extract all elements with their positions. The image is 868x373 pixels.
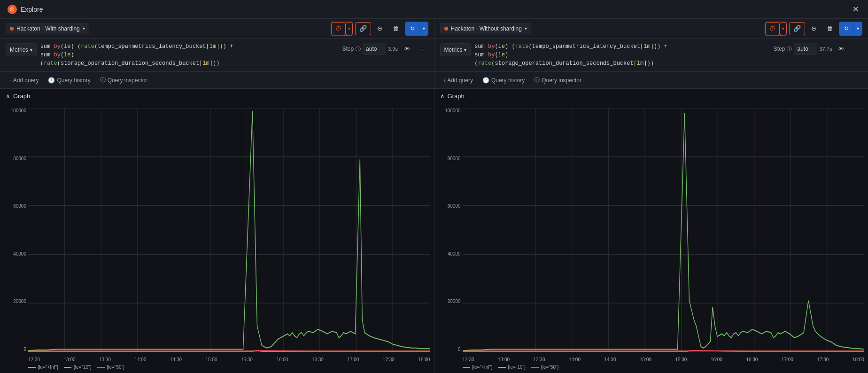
right-y-80k: 80000 (448, 156, 463, 161)
left-trash-button[interactable]: 🗑 (388, 22, 403, 35)
left-run-button[interactable]: ↻ (405, 22, 419, 35)
right-datasource-dot (444, 27, 448, 31)
left-step-result: 3.9s (388, 46, 398, 52)
left-legend-10: {le="10"} (64, 365, 92, 370)
right-x-axis: 12:30 13:00 13:30 14:00 14:30 15:00 15:3… (463, 357, 865, 362)
app-title: ◎ Explore (8, 5, 43, 14)
left-y-80k: 80000 (13, 156, 28, 161)
right-metrics-label[interactable]: Metrics ▾ (440, 43, 471, 56)
left-y-60k: 60000 (13, 203, 28, 209)
right-panel-actions: ⏱ ▾ 🔗 ⊖ 🗑 ↻ ▾ (765, 22, 862, 36)
left-query-history-button[interactable]: 🕐 Query history (45, 76, 93, 85)
right-legend-50-line (531, 367, 539, 368)
left-x-1330: 13:30 (99, 357, 111, 362)
right-graph-section: ∧ Graph 100000 80000 60000 40000 20000 0 (434, 89, 868, 373)
right-link-button[interactable]: 🔗 (789, 22, 805, 35)
left-run-chevron[interactable]: ▾ (419, 22, 428, 35)
left-query-toolbar: + Add query 🕐 Query history ⓘ Query insp… (0, 72, 434, 89)
right-step-row: Step ⓘ 37.7s 👁 − (774, 42, 862, 55)
right-add-query-button[interactable]: + Add query (440, 76, 476, 85)
left-graph-header[interactable]: ∧ Graph (0, 89, 434, 103)
right-panel-header: Hackaton - Without sharding ▾ ⏱ ▾ 🔗 ⊖ 🗑 … (434, 19, 868, 39)
left-datasource-selector[interactable]: Hackaton - With sharding ▾ (6, 23, 89, 34)
right-x-1230: 12:30 (463, 357, 474, 362)
right-metrics-chevron: ▾ (464, 47, 466, 53)
right-step-result: 37.7s (819, 46, 832, 52)
left-panel: Hackaton - With sharding ▾ ⏱ ▾ 🔗 ⊖ 🗑 ↻ ▾ (0, 19, 434, 373)
left-x-1700: 17:00 (347, 357, 359, 362)
right-query-text[interactable]: sum by(le) (rate(tempo_spanmetrics_laten… (474, 42, 766, 68)
right-graph-header[interactable]: ∧ Graph (434, 89, 868, 103)
right-query-history-button[interactable]: 🕐 Query history (480, 76, 527, 85)
right-inspector-icon: ⓘ (534, 76, 540, 84)
left-query-text[interactable]: sum by(le) (rate(tempo_spanmetrics_laten… (40, 42, 335, 68)
panels-container: Hackaton - With sharding ▾ ⏱ ▾ 🔗 ⊖ 🗑 ↻ ▾ (0, 19, 868, 373)
left-graph-section: ∧ Graph 100000 80000 60000 40000 20000 0 (0, 89, 434, 373)
right-timer-button[interactable]: ⏱ (765, 22, 780, 35)
left-chart-svg (28, 108, 430, 352)
left-timer-chevron[interactable]: ▾ (346, 22, 353, 35)
left-datasource-chevron: ▾ (83, 26, 85, 31)
right-step-input[interactable] (794, 43, 817, 55)
right-query-toolbar: + Add query 🕐 Query history ⓘ Query insp… (434, 72, 868, 89)
left-step-label: Step (342, 46, 354, 52)
left-step-input[interactable] (363, 43, 386, 55)
right-history-icon: 🕐 (482, 77, 489, 84)
right-graph-title: Graph (448, 93, 465, 100)
left-legend: {le="+Inf"} {le="10"} {le="50"} (28, 365, 124, 370)
right-query-editor: Metrics ▾ sum by(le) (rate(tempo_spanmet… (434, 39, 868, 72)
right-y-axis: 100000 80000 60000 40000 20000 0 (438, 108, 463, 352)
right-timer-btn-group: ⏱ ▾ (765, 22, 787, 36)
left-inspector-icon: ⓘ (100, 76, 106, 84)
left-y-axis: 100000 80000 60000 40000 20000 0 (4, 108, 28, 352)
right-query-inspector-button[interactable]: ⓘ Query inspector (531, 75, 584, 85)
left-metrics-label[interactable]: Metrics ▾ (6, 43, 37, 56)
app-header: ◎ Explore ✕ (0, 0, 868, 19)
left-run-btn-group: ↻ ▾ (405, 22, 428, 36)
right-zoom-button[interactable]: ⊖ (807, 22, 821, 35)
right-y-100k: 100000 (445, 108, 462, 113)
left-graph-collapse-icon: ∧ (6, 93, 10, 100)
right-query-inspector-label: Query inspector (542, 77, 581, 84)
right-panel: Hackaton - Without sharding ▾ ⏱ ▾ 🔗 ⊖ 🗑 … (434, 19, 868, 373)
left-add-query-button[interactable]: + Add query (6, 76, 41, 85)
left-legend-50-label: {le="50"} (107, 365, 125, 370)
left-zoom-button[interactable]: ⊖ (373, 22, 387, 35)
left-x-1230: 12:30 (28, 357, 40, 362)
left-query-inspector-button[interactable]: ⓘ Query inspector (97, 75, 150, 85)
right-step-minus-button[interactable]: − (850, 42, 862, 55)
left-y-0: 0 (23, 347, 28, 352)
right-y-40k: 40000 (448, 251, 463, 256)
left-legend-inf-line (28, 367, 36, 368)
right-run-button[interactable]: ↻ (839, 22, 853, 35)
right-trash-button[interactable]: 🗑 (822, 22, 837, 35)
right-legend-inf-line (463, 367, 470, 368)
right-x-1300: 13:00 (498, 357, 510, 362)
right-x-1400: 14:00 (569, 357, 581, 362)
right-x-1730: 17:30 (817, 357, 829, 362)
left-metrics-text: Metrics (10, 47, 28, 53)
left-timer-button[interactable]: ⏱ (331, 22, 346, 35)
left-step-minus-button[interactable]: − (416, 42, 428, 55)
right-run-btn-group: ↻ ▾ (839, 22, 862, 36)
left-link-button[interactable]: 🔗 (355, 22, 371, 35)
right-legend-inf-label: {le="+Inf"} (472, 365, 493, 370)
right-x-1630: 16:30 (746, 357, 758, 362)
close-button[interactable]: ✕ (851, 3, 860, 16)
right-query-history-label: Query history (491, 77, 525, 84)
right-timer-chevron[interactable]: ▾ (780, 22, 787, 35)
left-legend-inf-label: {le="+Inf"} (38, 365, 58, 370)
right-datasource-selector[interactable]: Hackaton - Without sharding ▾ (440, 23, 531, 34)
right-datasource-name: Hackaton - Without sharding (451, 25, 522, 32)
left-x-1430: 14:30 (170, 357, 182, 362)
left-y-20k: 20000 (13, 299, 28, 304)
left-step-eye-button[interactable]: 👁 (400, 42, 414, 55)
left-graph-container: 100000 80000 60000 40000 20000 0 (0, 103, 434, 371)
app-title-text: Explore (21, 6, 43, 13)
left-y-100k: 100000 (11, 108, 28, 113)
right-step-eye-button[interactable]: 👁 (834, 42, 848, 55)
right-step-label: Step (774, 46, 785, 52)
right-x-1430: 14:30 (604, 357, 616, 362)
left-panel-header: Hackaton - With sharding ▾ ⏱ ▾ 🔗 ⊖ 🗑 ↻ ▾ (0, 19, 434, 39)
right-run-chevron[interactable]: ▾ (853, 22, 862, 35)
